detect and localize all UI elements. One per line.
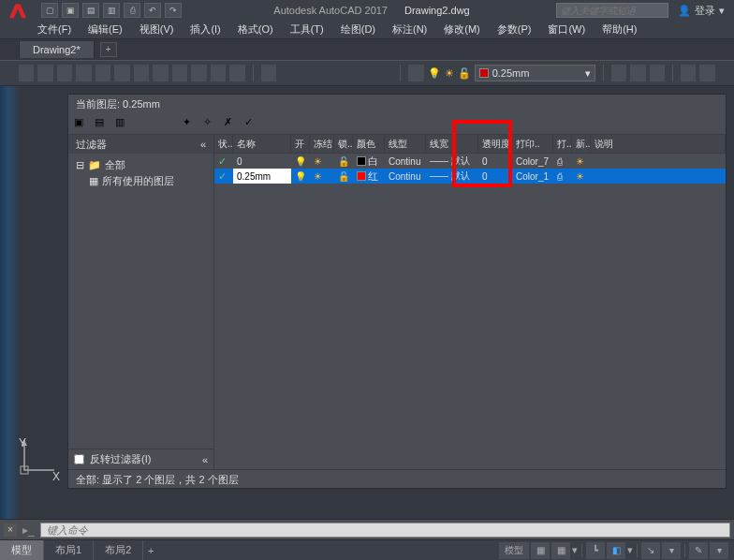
toolbar-icon[interactable] (37, 65, 52, 81)
new-layer-icon[interactable]: ✦ (183, 116, 198, 131)
cell-plotstyle[interactable]: Color_1 (512, 169, 553, 184)
menu-dimension[interactable]: 标注(N) (392, 22, 427, 37)
toolbar-icon[interactable] (191, 65, 206, 81)
cell-linetype[interactable]: Continu (385, 154, 426, 169)
qat-save-icon[interactable]: ▤ (82, 3, 99, 18)
tab-layout2[interactable]: 布局2 (94, 540, 143, 560)
model-space-button[interactable]: 模型 (499, 542, 529, 559)
col-lock[interactable]: 锁.. (334, 135, 353, 153)
cell-on[interactable]: 💡 (291, 169, 310, 184)
toolbar-icon[interactable] (611, 65, 626, 81)
toolbar-icon[interactable] (57, 65, 72, 81)
toolbar-icon[interactable] (134, 65, 149, 81)
grid-icon[interactable]: ▦ (531, 542, 550, 559)
menu-draw[interactable]: 绘图(D) (341, 22, 375, 37)
isoplane-icon[interactable]: ◧ (607, 542, 625, 559)
col-transparency[interactable]: 透明度 (478, 135, 512, 153)
col-plotstyle[interactable]: 打印.. (512, 135, 553, 153)
cell-plot[interactable]: ⎙ (553, 154, 572, 169)
col-status[interactable]: 状.. (214, 135, 233, 153)
set-current-icon[interactable]: ✓ (244, 116, 259, 131)
cell-lock[interactable]: 🔓 (334, 154, 353, 169)
toolbar-icon[interactable] (19, 65, 34, 81)
current-layer-dropdown[interactable]: 0.25mm ▾ (475, 65, 595, 81)
tab-model[interactable]: 模型 (0, 540, 44, 560)
menu-edit[interactable]: 编辑(E) (88, 22, 123, 37)
panel-tool-icon[interactable]: ▥ (115, 116, 130, 131)
cell-lock[interactable]: 🔓 (334, 169, 353, 184)
cell-newvp[interactable]: ☀ (572, 169, 591, 184)
menu-view[interactable]: 视图(V) (139, 22, 174, 37)
chevron-down-icon[interactable]: ▾ (572, 544, 578, 556)
panel-tool-icon[interactable]: ▤ (95, 116, 110, 131)
toolbar-icon[interactable] (681, 65, 696, 81)
document-tab-active[interactable]: Drawing2* (19, 41, 95, 58)
col-newvp[interactable]: 新.. (572, 135, 591, 153)
col-color[interactable]: 颜色 (353, 135, 385, 153)
toolbar-icon[interactable] (114, 65, 129, 81)
cell-plotstyle[interactable]: Color_7 (512, 154, 553, 169)
table-row[interactable]: ✓ 0 💡 ☀ 🔓 白 Continu —— 默认 0 Color_7 ⎙ ☀ (214, 154, 726, 169)
panel-tool-icon[interactable]: ▣ (74, 116, 89, 131)
col-description[interactable]: 说明 (591, 135, 726, 153)
menu-help[interactable]: 帮助(H) (602, 22, 637, 37)
table-row[interactable]: ✓ 0.25mm 💡 ☀ 🔓 红 Continu —— 默认 0 Color_1… (214, 169, 726, 184)
cell-plot[interactable]: ⎙ (553, 169, 572, 184)
menu-window[interactable]: 窗口(W) (548, 22, 585, 37)
cell-color[interactable]: 白 (353, 154, 385, 169)
col-lineweight[interactable]: 线宽 (426, 135, 478, 153)
cell-color[interactable]: 红 (353, 169, 385, 184)
delete-layer-icon[interactable]: ✗ (224, 116, 239, 131)
cell-description[interactable] (591, 154, 726, 169)
toolbar-icon[interactable] (153, 65, 168, 81)
col-linetype[interactable]: 线型 (385, 135, 426, 153)
cell-freeze[interactable]: ☀ (310, 169, 334, 184)
cell-lineweight[interactable]: —— 默认 (426, 154, 478, 169)
qat-new-icon[interactable]: ▢ (41, 3, 58, 18)
ortho-icon[interactable]: ┗ (586, 542, 605, 559)
menu-insert[interactable]: 插入(I) (190, 22, 220, 37)
settings-icon[interactable]: ▾ (662, 542, 681, 559)
cell-freeze[interactable]: ☀ (310, 154, 334, 169)
toolbar-icon[interactable] (172, 65, 187, 81)
cell-transparency[interactable]: 0 (478, 169, 512, 184)
annotation-icon[interactable]: ✎ (689, 542, 708, 559)
add-layout-button[interactable]: + (143, 545, 158, 556)
collapse-icon[interactable]: « (200, 139, 206, 150)
toolbar-icon[interactable] (76, 65, 91, 81)
toolbar-icon[interactable] (630, 65, 645, 81)
qat-open-icon[interactable]: ▣ (62, 3, 79, 18)
layer-properties-icon[interactable] (408, 65, 423, 81)
app-logo[interactable] (0, 0, 36, 21)
login-button[interactable]: 👤 登录 ▾ (668, 4, 734, 18)
cell-status[interactable]: ✓ (214, 154, 233, 169)
add-document-button[interactable]: + (100, 42, 117, 57)
invert-filter-checkbox[interactable] (74, 454, 84, 464)
toolbar-icon[interactable] (650, 65, 665, 81)
toolbar-icon[interactable] (211, 65, 226, 81)
menu-parametric[interactable]: 参数(P) (497, 22, 532, 37)
qat-undo-icon[interactable]: ↶ (144, 3, 161, 18)
osnap-icon[interactable]: ↘ (641, 542, 660, 559)
more-icon[interactable]: ▾ (710, 542, 728, 559)
command-input[interactable] (40, 523, 730, 538)
menu-format[interactable]: 格式(O) (238, 22, 273, 37)
qat-redo-icon[interactable]: ↷ (165, 3, 182, 18)
toolbar-icon[interactable] (261, 65, 276, 81)
tree-row-used[interactable]: ▦ 所有使用的图层 (72, 173, 210, 189)
toolbar-icon[interactable] (229, 65, 244, 81)
cell-transparency[interactable]: 0 (478, 154, 512, 169)
qat-saveas-icon[interactable]: ▥ (103, 3, 120, 18)
chevron-down-icon[interactable]: ▾ (627, 544, 633, 556)
cell-description[interactable] (591, 169, 726, 184)
cell-name[interactable]: 0 (233, 154, 291, 169)
col-freeze[interactable]: 冻结 (310, 135, 334, 153)
close-command-icon[interactable]: × (4, 523, 17, 537)
tab-layout1[interactable]: 布局1 (44, 540, 94, 560)
grid-icon[interactable]: ▦ (551, 542, 570, 559)
col-plot[interactable]: 打.. (553, 135, 572, 153)
cell-linetype[interactable]: Continu (385, 169, 426, 184)
new-layer-vp-icon[interactable]: ✧ (203, 116, 218, 131)
menu-modify[interactable]: 修改(M) (444, 22, 480, 37)
toolbar-icon[interactable] (95, 65, 110, 81)
